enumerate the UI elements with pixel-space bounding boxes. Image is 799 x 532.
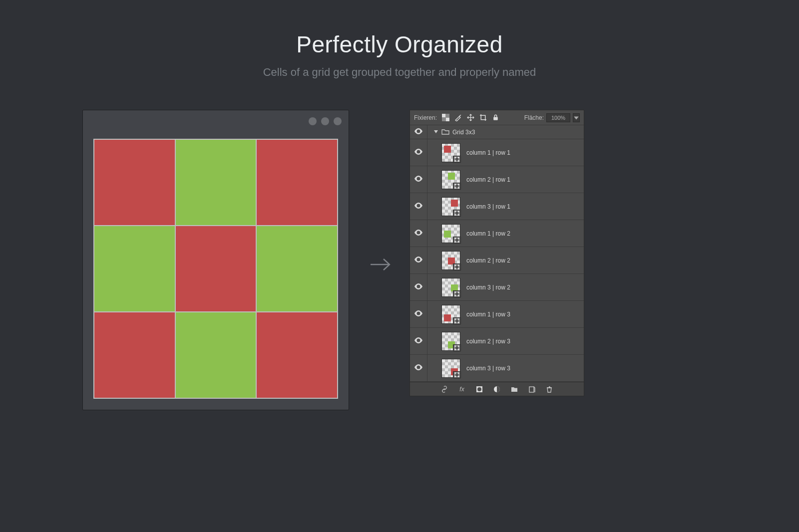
svg-rect-16 <box>458 160 460 162</box>
grid-cell <box>94 312 175 398</box>
layer-row[interactable]: column 3 | row 3 <box>410 355 584 382</box>
svg-rect-52 <box>458 322 460 323</box>
layers-panel-footer: fx <box>410 382 584 396</box>
brush-icon[interactable] <box>454 114 462 121</box>
vector-mask-icon <box>453 264 461 270</box>
lock-icon[interactable] <box>492 114 499 121</box>
layer-thumbnail <box>441 143 460 162</box>
eye-icon[interactable] <box>414 310 422 318</box>
fill-opacity-field[interactable]: Fläche: 100% <box>524 113 580 122</box>
adjust-icon[interactable] <box>493 385 501 393</box>
svg-rect-37 <box>454 265 456 266</box>
svg-rect-56 <box>458 345 460 347</box>
svg-point-66 <box>477 387 481 391</box>
checkerboard-icon[interactable] <box>442 114 449 121</box>
mask-icon[interactable] <box>476 385 483 393</box>
svg-rect-49 <box>454 318 456 320</box>
layer-name: column 1 | row 2 <box>466 230 510 237</box>
layer-row[interactable]: column 3 | row 1 <box>410 193 584 220</box>
layer-thumbnail-swatch <box>448 173 455 180</box>
vector-mask-icon <box>453 210 461 217</box>
svg-rect-14 <box>458 157 460 158</box>
svg-rect-15 <box>454 160 456 162</box>
layers-panel: Fixieren: Fläche: 100% <box>409 110 584 396</box>
svg-point-9 <box>417 130 419 132</box>
layer-thumbnail <box>441 332 460 351</box>
svg-rect-31 <box>454 238 456 239</box>
window-titlebar <box>83 110 349 132</box>
svg-rect-63 <box>454 376 456 377</box>
vector-mask-icon <box>453 317 461 324</box>
chevron-down-icon[interactable] <box>573 113 580 122</box>
layer-row[interactable]: column 3 | row 2 <box>410 274 584 301</box>
mock-window <box>82 110 349 410</box>
eye-icon[interactable] <box>414 337 422 345</box>
svg-rect-27 <box>454 214 456 216</box>
layer-thumbnail <box>441 170 460 189</box>
svg-rect-61 <box>454 372 456 374</box>
layer-group-row[interactable]: Grid 3x3 <box>410 125 584 139</box>
vector-mask-icon <box>453 156 461 163</box>
page-subtitle: Cells of a grid get grouped together and… <box>0 66 799 79</box>
eye-icon[interactable] <box>414 149 422 156</box>
svg-rect-39 <box>454 268 456 269</box>
folder-icon[interactable] <box>511 385 518 393</box>
layer-thumbnail-swatch <box>444 146 451 153</box>
grid-cell <box>176 312 256 398</box>
vector-mask-icon <box>453 290 461 297</box>
svg-rect-1 <box>442 114 446 118</box>
layer-thumbnail <box>441 197 460 216</box>
layer-name: column 3 | row 1 <box>466 203 510 210</box>
svg-rect-28 <box>458 214 460 216</box>
folder-icon <box>441 128 449 136</box>
layer-row[interactable]: column 2 | row 3 <box>410 328 584 355</box>
eye-icon[interactable] <box>414 203 422 210</box>
group-name: Grid 3x3 <box>452 129 475 136</box>
svg-rect-25 <box>454 211 456 212</box>
link-icon[interactable] <box>441 385 448 393</box>
layer-name: column 2 | row 1 <box>466 176 510 183</box>
layer-thumbnail <box>441 251 460 270</box>
eye-icon[interactable] <box>414 176 422 183</box>
crop-icon[interactable] <box>479 114 487 121</box>
eye-icon[interactable] <box>414 283 422 291</box>
fill-value[interactable]: 100% <box>546 113 570 122</box>
layer-thumbnail-swatch <box>444 231 451 238</box>
svg-rect-44 <box>458 291 460 293</box>
window-dot-icon <box>334 117 342 125</box>
grid-cell <box>94 140 175 225</box>
svg-rect-26 <box>458 211 460 212</box>
fx-icon[interactable]: fx <box>458 385 466 393</box>
svg-rect-40 <box>458 268 460 269</box>
layer-row[interactable]: column 2 | row 1 <box>410 166 584 193</box>
layer-row[interactable]: column 2 | row 2 <box>410 247 584 274</box>
layer-row[interactable]: column 1 | row 3 <box>410 301 584 328</box>
svg-rect-13 <box>454 157 456 158</box>
layer-thumbnail-swatch <box>451 200 458 207</box>
svg-rect-4 <box>442 118 446 122</box>
chevron-down-icon[interactable] <box>433 129 438 136</box>
svg-rect-32 <box>458 238 460 239</box>
svg-point-59 <box>417 366 419 368</box>
layer-thumbnail-swatch <box>444 314 451 321</box>
layer-thumbnail <box>441 278 460 297</box>
eye-icon[interactable] <box>414 257 422 264</box>
svg-rect-21 <box>454 187 456 189</box>
svg-rect-22 <box>458 187 460 189</box>
layer-name: column 3 | row 2 <box>466 284 510 291</box>
new-layer-icon[interactable] <box>528 385 536 393</box>
eye-icon[interactable] <box>414 364 422 372</box>
layer-thumbnail <box>441 359 460 378</box>
svg-rect-43 <box>454 291 456 293</box>
trash-icon[interactable] <box>546 385 553 393</box>
layer-name: column 2 | row 2 <box>466 257 510 264</box>
move-icon[interactable] <box>467 114 474 121</box>
eye-icon[interactable] <box>414 230 422 237</box>
svg-rect-20 <box>458 184 460 185</box>
layer-row[interactable]: column 1 | row 2 <box>410 220 584 247</box>
grid-cell <box>176 140 256 225</box>
page-title: Perfectly Organized <box>0 31 799 58</box>
lock-row-label: Fixieren: <box>414 114 437 121</box>
layer-row[interactable]: column 1 | row 1 <box>410 139 584 166</box>
eye-icon[interactable] <box>414 128 422 136</box>
